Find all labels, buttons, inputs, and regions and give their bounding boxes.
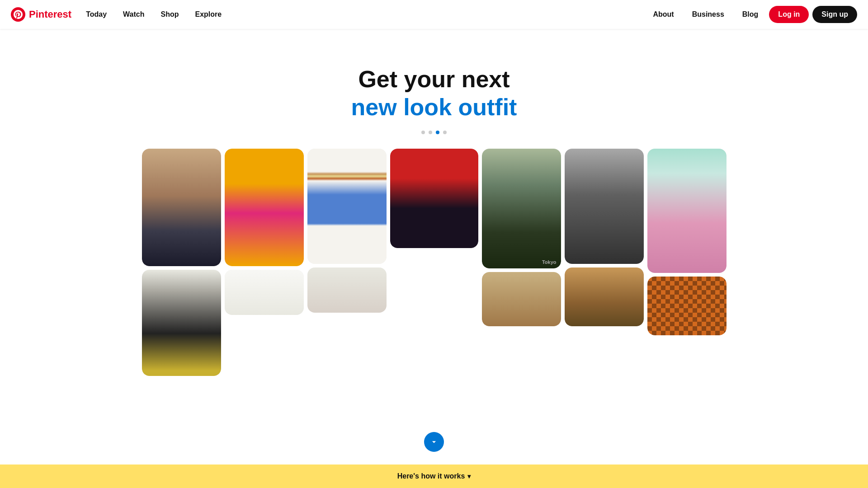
pin-bw-sitting[interactable] [565,149,644,264]
bottom-bar-label: Here's how it works [397,472,465,480]
pin-sporty-woman[interactable] [142,270,221,376]
nav-explore[interactable]: Explore [188,7,229,22]
nav-watch[interactable]: Watch [116,7,151,22]
nav-about[interactable]: About [646,7,681,22]
pin-curly-hair[interactable] [307,267,387,313]
pin-yellow-bg-man[interactable] [225,149,304,266]
dot-1[interactable] [421,131,425,134]
bottom-bar-chevron: ▾ [467,473,471,480]
grid-col-7 [647,149,726,376]
grid-col-6 [565,149,644,376]
hero-section: Get your next new look outfit [0,0,868,488]
hero-text: Get your next new look outfit [0,29,868,134]
nav-links: Today Watch Shop Explore [79,7,229,22]
navbar: Pinterest Today Watch Shop Explore About… [0,0,868,29]
grid-col-3 [307,149,387,376]
pin-outdoor-man2[interactable] [482,272,561,326]
hero-line2: new look outfit [0,93,868,121]
pin-patterned-item[interactable] [647,277,726,335]
svg-point-0 [11,7,25,22]
scroll-down-button[interactable] [424,432,444,452]
logo-text: Pinterest [29,9,71,20]
pin-red-woman[interactable] [390,149,478,248]
signup-button[interactable]: Sign up [812,6,857,23]
pin-pink-dress[interactable] [647,149,726,273]
carousel-dots [0,131,868,134]
nav-today[interactable]: Today [79,7,114,22]
pin-tokyo-group[interactable]: Tokyo [482,149,561,268]
dot-4[interactable] [443,131,447,134]
grid-col-4 [390,149,478,376]
grid-col-2 [225,149,304,376]
pin-autumn-man[interactable] [565,267,644,326]
grid-col-5: Tokyo [482,149,561,376]
dot-2[interactable] [429,131,432,134]
pinterest-logo[interactable]: Pinterest [11,7,71,22]
nav-shop[interactable]: Shop [154,7,186,22]
nav-right: About Business Blog Log in Sign up [646,6,857,23]
nav-blog[interactable]: Blog [735,7,766,22]
login-button[interactable]: Log in [769,6,809,23]
hero-line1: Get your next [0,65,868,93]
nav-business[interactable]: Business [685,7,731,22]
pin-striped-woman[interactable] [307,149,387,264]
nav-left: Pinterest Today Watch Shop Explore [11,7,646,22]
grid-col-1 [142,149,221,376]
chevron-down-icon [429,437,439,446]
dot-3[interactable] [436,131,439,134]
pin-hijab-woman[interactable] [225,270,304,315]
pinterest-logo-icon [11,7,25,22]
bottom-how-it-works-bar[interactable]: Here's how it works ▾ [0,465,868,488]
pin-redhead[interactable] [142,149,221,266]
